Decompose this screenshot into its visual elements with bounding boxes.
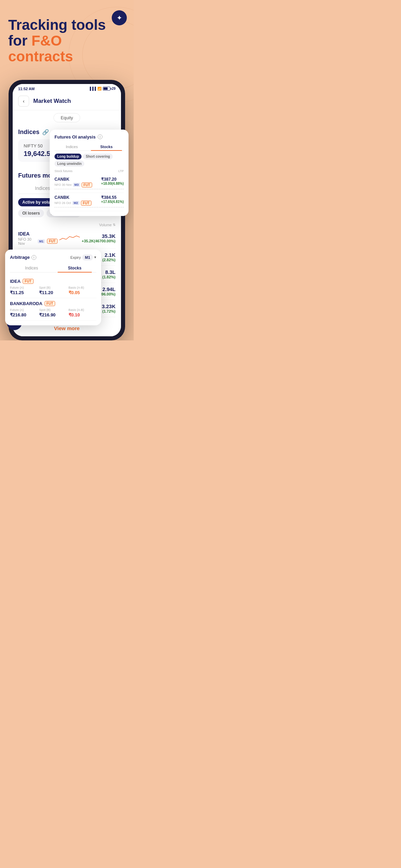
oi-title-text: Futures OI analysis — [54, 134, 96, 140]
page-wrapper: ✦ Tracking tools for F&O contracts Futur… — [0, 0, 134, 340]
battery-icon — [103, 87, 110, 91]
arb-tabs: Indices Stocks — [10, 264, 96, 273]
back-button[interactable]: ‹ — [18, 96, 29, 107]
arb-basis-val-1: ₹0.05 — [69, 290, 96, 295]
sort-icon[interactable]: ⇅ — [113, 223, 116, 227]
oi-stock-right-1: ₹387.20 +18.00(4.88%) — [101, 177, 124, 185]
oi-stock-right-2: ₹384.55 +17.65(4.81%) — [101, 195, 124, 204]
arb-future-val-1: ₹11.25 — [10, 290, 38, 295]
oi-stock-left-2: CANBK NFO 26 Oct M2 FUT — [54, 195, 92, 206]
main-headline: Tracking tools for F&O contracts — [8, 17, 125, 65]
oi-analysis-popup: Futures OI analysis i Indices Stocks Lon… — [50, 130, 129, 216]
headline-line2: for — [8, 33, 32, 49]
status-bar: 11:52 AM ▐▐▐ 📶 29 — [13, 84, 121, 92]
arb-values-1: Future (A) ₹11.25 Spot (B) ₹11.20 Basis … — [10, 286, 96, 295]
arb-spot-val-1: ₹11.20 — [39, 290, 67, 295]
oi-stock-change-2: +17.65(4.81%) — [101, 200, 124, 204]
oi-tabs: Indices Stocks — [54, 143, 124, 151]
arb-info-icon[interactable]: i — [32, 255, 36, 260]
stock-name-idea: IDEA — [18, 231, 58, 237]
oi-header-right: LTP — [118, 169, 124, 173]
stock-meta-idea: NFO 30 Nov M1 FUT — [18, 237, 58, 245]
arb-future-col-1: Future (A) ₹11.25 — [10, 286, 38, 295]
arb-header: Arbitrage i Expiry M1 ▾ — [10, 254, 96, 261]
arb-spot-col-1: Spot (B) ₹11.20 — [39, 286, 67, 295]
headline-line1: Tracking tools — [8, 17, 106, 33]
oi-filter-long-buildup[interactable]: Long buildup — [54, 154, 82, 159]
wifi-icon: 📶 — [97, 87, 101, 91]
arb-stock-name-2: BANKBARODA — [10, 301, 42, 306]
badge-fut-idea: FUT — [47, 239, 58, 244]
arb-tab-stocks[interactable]: Stocks — [53, 264, 96, 272]
arb-stock-row-1[interactable]: IDEA FUT Future (A) ₹11.25 Spot (B) ₹11.… — [10, 276, 96, 298]
oi-popup-title: Futures OI analysis i — [54, 134, 124, 140]
oi-info-icon[interactable]: i — [98, 134, 102, 139]
arb-stock-name-1: IDEA — [10, 279, 21, 284]
filter-oi-losers[interactable]: OI losers — [18, 209, 44, 217]
oi-stock-top-1: CANBK NFO 30 Nov M3 FUT ₹387.20 +18.00(4… — [54, 177, 124, 188]
arb-title: Arbitrage i — [10, 255, 36, 260]
oi-stock-name-1: CANBK — [54, 177, 92, 182]
arb-expiry: Expiry M1 ▾ — [70, 254, 96, 261]
arb-fut-badge-2: FUT — [45, 301, 55, 306]
volume-label: Volume — [99, 223, 112, 227]
back-icon: ‹ — [23, 98, 25, 104]
oi-stock-price-1: ₹387.20 — [101, 177, 124, 182]
arb-stock-name-row-2: BANKBARODA FUT — [10, 301, 96, 306]
arb-future-col-2: Future (A) ₹216.80 — [10, 308, 38, 317]
arb-tab-indices[interactable]: Indices — [10, 264, 53, 272]
link-icon[interactable]: 🔗 — [42, 129, 49, 135]
phone-container: Futures OI analysis i Indices Stocks Lon… — [9, 80, 125, 340]
table-row[interactable]: IDEA NFO 30 Nov M1 FUT — [18, 228, 116, 249]
arb-future-val-2: ₹216.80 — [10, 312, 38, 317]
volume-header: Volume ⇅ — [18, 221, 116, 228]
oi-filter-row: Long buildup Short covering Long unwindi… — [54, 154, 124, 167]
view-more-button[interactable]: View more — [54, 325, 80, 331]
dashed-sep-1 — [54, 189, 124, 189]
chevron-down-icon: ▾ — [94, 255, 96, 260]
battery-fill — [104, 87, 108, 90]
header-section: ✦ Tracking tools for F&O contracts — [0, 0, 134, 76]
arb-basis-col-2: Basis (A-B) ₹0.10 — [69, 308, 96, 317]
oi-stock-change-1: +18.00(4.88%) — [101, 182, 124, 185]
arb-stock-row-2[interactable]: BANKBARODA FUT Future (A) ₹216.80 Spot (… — [10, 298, 96, 321]
oi-stock-meta-1: NFO 30 Nov M3 FUT — [54, 182, 92, 188]
arb-fut-badge-1: FUT — [23, 279, 33, 284]
oi-fut-badge-1: FUT — [82, 182, 92, 188]
arb-basis-val-2: ₹0.10 — [69, 312, 96, 317]
dashed-sep-2 — [54, 207, 124, 207]
oi-expiry-badge-2: M2 — [72, 201, 80, 205]
oi-header-left: Stock futures — [54, 169, 73, 173]
equity-tab[interactable]: Equity — [53, 113, 80, 122]
app-header: ‹ Market Watch — [13, 92, 121, 110]
stock-change-idea: +35.2K(46700.00%) — [82, 239, 116, 243]
oi-filter-long-unwinding[interactable]: Long unwindin — [54, 161, 84, 167]
stock-volume-idea: 35.3K — [82, 233, 116, 239]
oi-tab-stocks[interactable]: Stocks — [89, 143, 124, 150]
oi-filter-short-covering[interactable]: Short covering — [83, 154, 113, 159]
mini-chart-idea — [59, 233, 80, 242]
battery-label: 29 — [112, 87, 116, 91]
star-icon-top: ✦ — [117, 14, 122, 22]
stock-chart-idea — [58, 233, 82, 243]
status-time: 11:52 AM — [18, 87, 35, 91]
oi-stock-row-2[interactable]: CANBK NFO 26 Oct M2 FUT ₹384.55 +17.65(4… — [54, 193, 124, 211]
arb-expiry-badge[interactable]: M1 — [82, 254, 93, 261]
oi-column-headers: Stock futures LTP — [54, 169, 124, 173]
arbitrage-popup: Arbitrage i Expiry M1 ▾ Indices Stocks — [5, 250, 101, 325]
stock-left-idea: IDEA NFO 30 Nov M1 FUT — [18, 231, 58, 245]
arb-spot-col-2: Spot (B) ₹216.90 — [39, 308, 67, 317]
app-title: Market Watch — [33, 98, 71, 105]
oi-tab-indices[interactable]: Indices — [54, 143, 89, 150]
stock-right-idea: 35.3K +35.2K(46700.00%) — [82, 233, 116, 243]
equity-tab-section: Equity — [13, 110, 121, 125]
oi-expiry-badge-1: M3 — [73, 183, 80, 187]
oi-stock-row-1[interactable]: CANBK NFO 30 Nov M3 FUT ₹387.20 +18.00(4… — [54, 175, 124, 193]
oi-stock-top-2: CANBK NFO 26 Oct M2 FUT ₹384.55 +17.65(4… — [54, 195, 124, 206]
oi-fut-badge-2: FUT — [81, 201, 92, 206]
indices-title: Indices — [18, 129, 39, 136]
status-icons: ▐▐▐ 📶 29 — [89, 87, 116, 91]
oi-stock-price-2: ₹384.55 — [101, 195, 124, 200]
star-badge-top: ✦ — [112, 10, 127, 25]
oi-stock-left-1: CANBK NFO 30 Nov M3 FUT — [54, 177, 92, 188]
